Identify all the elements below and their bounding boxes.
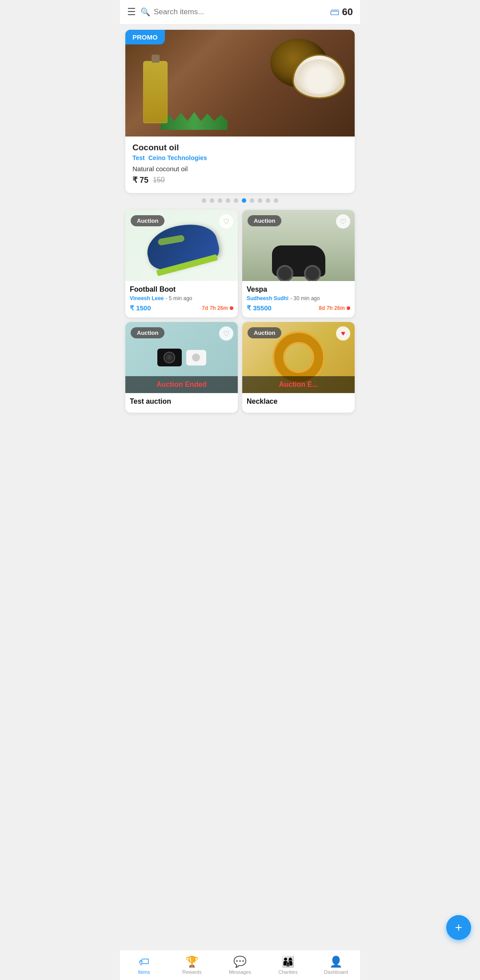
heart-button-3[interactable]: ♡ [219, 326, 233, 341]
auction-info-4: Necklace [242, 393, 355, 413]
auction-info-1: Football Boot Vineesh Leee - 5 min ago ₹… [125, 281, 238, 317]
auction-img-necklace: Auction ♥ Auction E... [242, 322, 355, 393]
auction-seller-row-1: Vineesh Leee - 5 min ago [130, 295, 233, 301]
dot-3[interactable] [218, 198, 222, 203]
camera-main-decoration [157, 349, 182, 366]
auction-info-2: Vespa Sudheesh Sudhi - 30 min ago ₹ 3550… [242, 281, 355, 317]
auction-price-2: ₹ 35500 [247, 304, 272, 312]
dot-7[interactable] [250, 198, 254, 203]
dot-8[interactable] [258, 198, 262, 203]
dot-4[interactable] [226, 198, 230, 203]
seller-name-1: Vineesh Leee [130, 295, 164, 301]
dot-9[interactable] [266, 198, 270, 203]
ended-overlay-3: Auction Ended [125, 376, 238, 393]
auction-grid: Auction ♡ Football Boot Vineesh Leee - 5… [120, 206, 360, 416]
filter-icon[interactable]: ☰ [127, 6, 136, 18]
promo-info: Coconut oil Test Ceino Technologies Natu… [125, 137, 355, 193]
auction-card-vespa[interactable]: Auction ♡ Vespa Sudheesh Sudhi - 30 min … [242, 210, 355, 317]
auction-info-3: Test auction [125, 393, 238, 413]
promo-price-original: 150 [153, 176, 165, 184]
auction-card-necklace[interactable]: Auction ♥ Auction E... Necklace [242, 322, 355, 413]
promo-card[interactable]: PROMO Coconut oil Test Ceino Technologie… [125, 30, 355, 193]
auction-title-4: Necklace [247, 398, 350, 406]
promo-tag1: Test [132, 154, 145, 161]
heart-button-1[interactable]: ♡ [219, 214, 233, 229]
palm-leaves-decoration [161, 112, 228, 130]
auction-img-test: Auction ♡ Auction Ended [125, 322, 238, 393]
time-ago-2: - 30 min ago [290, 295, 320, 301]
promo-tag2: Ceino Technologies [148, 154, 207, 161]
auction-badge-1: Auction [131, 215, 164, 226]
auction-seller-row-2: Sudheesh Sudhi - 30 min ago [247, 295, 350, 301]
promo-price-row: ₹ 75 150 [132, 175, 348, 185]
auction-timer-1: 7d 7h 26m [202, 305, 233, 311]
auction-img-football-boot: Auction ♡ [125, 210, 238, 281]
camera-white-decoration [186, 350, 206, 365]
dot-1[interactable] [202, 198, 206, 203]
dot-10[interactable] [274, 198, 278, 203]
dot-2[interactable] [210, 198, 214, 203]
coins-count: 60 [342, 6, 353, 18]
promo-price-current: ₹ 75 [132, 175, 148, 185]
auction-card-football-boot[interactable]: Auction ♡ Football Boot Vineesh Leee - 5… [125, 210, 238, 317]
promo-tags: Test Ceino Technologies [132, 154, 348, 161]
heart-button-4[interactable]: ♥ [336, 326, 350, 341]
heart-button-2[interactable]: ♡ [336, 214, 350, 229]
promo-description: Natural coconut oil [132, 165, 348, 173]
search-icon: 🔍 [140, 7, 150, 17]
search-bar[interactable]: 🔍 [140, 7, 325, 17]
coins-area: 🗃 60 [330, 6, 353, 18]
promo-image: PROMO [125, 30, 355, 137]
auction-price-row-2: ₹ 35500 8d 7h 26m [247, 304, 350, 312]
auction-badge-3: Auction [131, 327, 164, 338]
promo-badge: PROMO [125, 30, 165, 44]
auction-title-2: Vespa [247, 285, 350, 293]
auction-badge-2: Auction [248, 215, 281, 226]
auction-card-test[interactable]: Auction ♡ Auction Ended Test auction [125, 322, 238, 413]
coins-icon: 🗃 [330, 6, 340, 18]
promo-title: Coconut oil [132, 143, 348, 153]
necklace-decoration [274, 333, 323, 382]
auction-img-vespa: Auction ♡ [242, 210, 355, 281]
time-ago-1: - 5 min ago [166, 295, 192, 301]
carousel-dots [120, 198, 360, 203]
seller-name-2: Sudheesh Sudhi [247, 295, 288, 301]
timer-dot-2 [347, 306, 350, 310]
auction-timer-2: 8d 7h 26m [319, 305, 350, 311]
dot-5[interactable] [234, 198, 238, 203]
ended-text-3: Auction Ended [130, 381, 233, 389]
auction-price-row-1: ₹ 1500 7d 7h 26m [130, 304, 233, 312]
auction-price-1: ₹ 1500 [130, 304, 151, 312]
scooter-decoration [272, 245, 325, 277]
dot-6[interactable] [242, 198, 246, 203]
timer-dot-1 [230, 306, 233, 310]
auction-badge-4: Auction [248, 327, 281, 338]
ended-text-4: Auction E... [247, 381, 350, 389]
auction-title-1: Football Boot [130, 285, 233, 293]
oil-bottle-decoration [143, 61, 168, 123]
ended-overlay-4: Auction E... [242, 376, 355, 393]
search-input[interactable] [154, 8, 325, 16]
auction-title-3: Test auction [130, 398, 233, 406]
header: ☰ 🔍 🗃 60 [120, 0, 360, 24]
